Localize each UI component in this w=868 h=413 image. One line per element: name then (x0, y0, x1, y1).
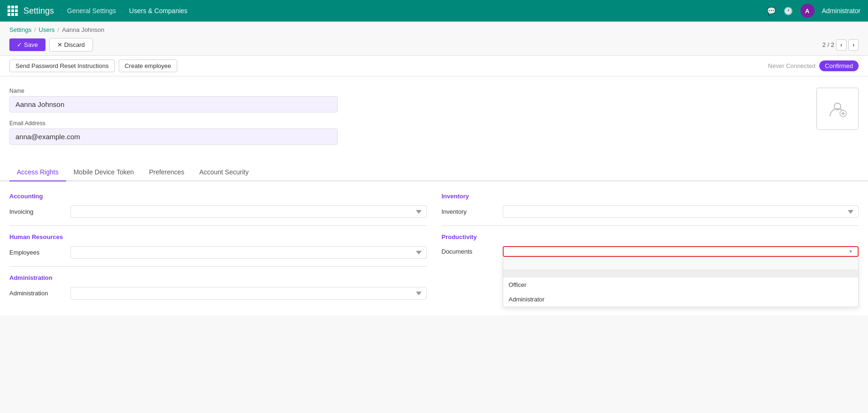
inventory-section-title: Inventory (442, 193, 859, 200)
app-name[interactable]: Settings (23, 6, 54, 16)
content-area: Send Password Reset Instructions Create … (0, 55, 868, 315)
next-button[interactable]: › (848, 39, 859, 51)
invoicing-row: Invoicing (9, 205, 427, 218)
email-input[interactable] (9, 128, 338, 145)
send-reset-button[interactable]: Send Password Reset Instructions (9, 60, 115, 72)
clock-icon[interactable]: 🕐 (784, 7, 793, 15)
top-nav-icons: 💬 🕐 A Administrator (767, 4, 860, 18)
tab-account-security[interactable]: Account Security (192, 164, 256, 181)
hr-section-title: Human Resources (9, 233, 427, 240)
form-toolbar: Send Password Reset Instructions Create … (0, 56, 868, 76)
administration-label: Administration (9, 290, 66, 297)
dropdown-arrow-icon: ▼ (848, 249, 853, 254)
documents-option-empty[interactable] (503, 270, 859, 278)
breadcrumb: Settings / Users / Aanna Johnson (0, 22, 868, 35)
email-label: Email Address (9, 120, 807, 127)
employees-select[interactable] (70, 246, 427, 259)
prev-button[interactable]: ‹ (836, 39, 846, 51)
documents-dropdown-list: Officer Administrator (503, 257, 859, 307)
status-area: Never Connected Confirmed (768, 60, 859, 71)
documents-row: Documents ▼ Officer Administrator (442, 246, 859, 257)
inventory-label: Inventory (442, 208, 498, 215)
admin-section-title: Administration (9, 274, 427, 281)
employees-row: Employees (9, 246, 427, 259)
create-employee-button[interactable]: Create employee (119, 60, 177, 72)
app-grid-icon[interactable] (8, 6, 18, 16)
invoicing-select[interactable] (70, 205, 427, 218)
left-column: Accounting Invoicing Human Resources Emp… (9, 193, 427, 304)
checkmark-icon: ✓ (17, 41, 22, 48)
documents-option-officer[interactable]: Officer (503, 278, 859, 292)
chat-icon[interactable]: 💬 (767, 7, 776, 15)
tabs-bar: Access Rights Mobile Device Token Prefer… (0, 164, 868, 181)
documents-dropdown-container: ▼ Officer Administrator (503, 246, 859, 257)
avatar-upload[interactable] (816, 88, 859, 130)
breadcrumb-root[interactable]: Settings (9, 26, 31, 33)
name-input[interactable] (9, 96, 338, 113)
action-bar: ✓ Save ✕ Discard 2 / 2 ‹ › (0, 35, 868, 55)
top-nav: Settings General Settings Users & Compan… (0, 0, 868, 22)
tab-access-rights[interactable]: Access Rights (9, 164, 66, 181)
employees-label: Employees (9, 249, 66, 256)
documents-label: Documents (442, 248, 498, 255)
documents-dropdown-trigger[interactable]: ▼ (503, 246, 859, 257)
right-column: Inventory Inventory Productivity Documen… (442, 193, 859, 304)
productivity-section-title: Productivity (442, 233, 859, 240)
nav-users-companies[interactable]: Users & Companies (127, 7, 189, 15)
accounting-section-title: Accounting (9, 193, 427, 200)
form-fields: Name Email Address (9, 88, 807, 152)
confirmed-status: Confirmed (819, 60, 859, 71)
breadcrumb-current: Aanna Johnson (62, 26, 104, 33)
breadcrumb-parent[interactable]: Users (39, 26, 55, 33)
breadcrumb-sep2: / (58, 26, 60, 33)
documents-dropdown-search[interactable] (503, 257, 859, 270)
name-label: Name (9, 88, 807, 94)
save-button[interactable]: ✓ Save (9, 38, 45, 51)
user-name[interactable]: Administrator (822, 7, 860, 15)
breadcrumb-sep1: / (34, 26, 36, 33)
pagination: 2 / 2 ‹ › (823, 39, 859, 51)
email-field-group: Email Address (9, 120, 807, 145)
tab-preferences[interactable]: Preferences (142, 164, 192, 181)
inventory-select[interactable] (503, 205, 859, 218)
inventory-row: Inventory (442, 205, 859, 218)
pagination-text: 2 / 2 (823, 41, 834, 48)
form-body: Name Email Address (0, 76, 868, 164)
documents-option-administrator[interactable]: Administrator (503, 292, 859, 307)
invoicing-label: Invoicing (9, 208, 66, 215)
nav-general-settings[interactable]: General Settings (65, 7, 118, 15)
tab-content-access-rights: Accounting Invoicing Human Resources Emp… (0, 181, 868, 315)
administration-row: Administration (9, 287, 427, 300)
never-connected-status: Never Connected (768, 62, 815, 69)
avatar[interactable]: A (800, 4, 815, 18)
x-icon: ✕ (57, 41, 62, 48)
administration-select[interactable] (70, 287, 427, 300)
section-grid: Accounting Invoicing Human Resources Emp… (9, 193, 859, 304)
discard-button[interactable]: ✕ Discard (49, 38, 93, 52)
tab-mobile-device[interactable]: Mobile Device Token (66, 164, 142, 181)
name-field-group: Name (9, 88, 807, 113)
